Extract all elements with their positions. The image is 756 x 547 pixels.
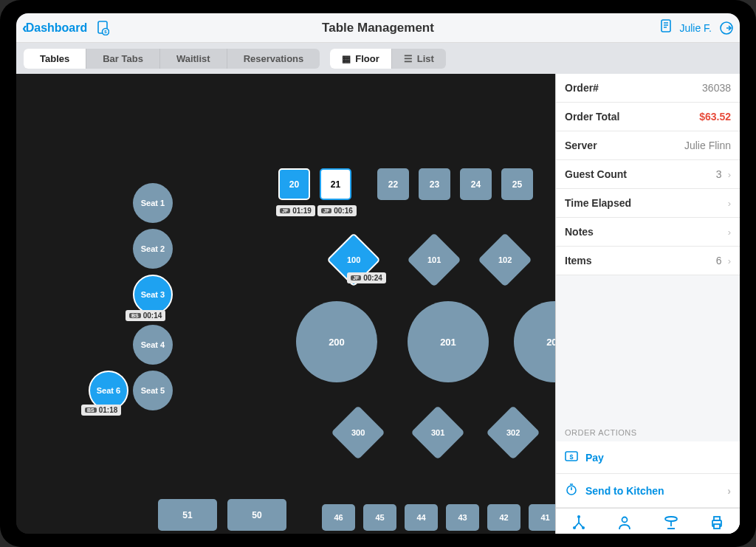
table-44[interactable]: 44 [405, 504, 438, 531]
action-pay[interactable]: $ Pay [556, 441, 740, 474]
table-21[interactable]: 21 [320, 168, 351, 200]
svg-point-11 [577, 515, 580, 518]
grid-icon: ▦ [342, 53, 351, 64]
tab-floor[interactable]: ▦ Floor [330, 49, 392, 69]
table-22[interactable]: 22 [377, 168, 409, 200]
tab-bar: Tables Bar Tabs Waitlist Reservations ▦ … [16, 43, 740, 74]
tab-reservations[interactable]: Reservations [227, 49, 320, 69]
person-icon[interactable] [616, 515, 633, 531]
page-title: Table Management [322, 21, 434, 35]
table-timer: JF00:16 [317, 205, 357, 216]
seat-seat-4[interactable]: Seat 4 [133, 325, 173, 365]
table-20[interactable]: 20 [278, 168, 310, 200]
table-43[interactable]: 43 [446, 504, 479, 531]
chevron-right-icon: › [728, 169, 731, 180]
svg-rect-19 [714, 524, 720, 529]
table-25[interactable]: 25 [501, 168, 533, 200]
tab-tables[interactable]: Tables [24, 49, 86, 69]
order-panel: ‹ 21 Go To Order# 36038 Order Total $63.… [555, 74, 740, 534]
logout-icon[interactable] [719, 21, 734, 35]
table-24[interactable]: 24 [460, 168, 492, 200]
table-timer: BS01:18 [81, 405, 121, 416]
action-send-kitchen[interactable]: Send to Kitchen › [556, 474, 740, 508]
table-302[interactable]: 302 [486, 405, 540, 460]
row-time-elapsed[interactable]: Time Elapsed › [556, 189, 740, 218]
row-server: Server Julie Flinn [556, 131, 740, 160]
table-23[interactable]: 23 [419, 168, 450, 200]
bottom-toolbar [556, 508, 740, 534]
table-46[interactable]: 46 [322, 504, 355, 531]
panel-spacer [556, 275, 740, 421]
list-icon: ☰ [404, 53, 413, 64]
view-tabs: ▦ Floor ☰ List [330, 49, 446, 69]
print-icon[interactable] [709, 515, 725, 531]
content-area: Seat 1Seat 2Seat 3BS00:14Seat 4Seat 5Sea… [16, 74, 740, 534]
seat-seat-1[interactable]: Seat 1 [133, 183, 173, 223]
document-icon[interactable] [660, 19, 672, 36]
table-timer: BS00:14 [126, 310, 165, 321]
actions-header: ORDER ACTIONS [556, 421, 740, 441]
svg-point-13 [582, 526, 585, 529]
table-51[interactable]: 51 [158, 499, 217, 531]
table-201[interactable]: 201 [408, 301, 489, 382]
header-right: Julie F. [660, 19, 734, 36]
table-200[interactable]: 200 [296, 301, 377, 382]
table-102[interactable]: 102 [478, 233, 532, 287]
table-timer: JF01:19 [276, 205, 315, 216]
tab-bar-tabs[interactable]: Bar Tabs [86, 49, 160, 69]
tablet-frame: ‹ Dashboard $ Table Management Julie F. … [0, 0, 756, 547]
app-screen: ‹ Dashboard $ Table Management Julie F. … [16, 13, 740, 534]
chevron-right-icon: › [728, 255, 731, 266]
table-45[interactable]: 45 [363, 504, 396, 531]
table-icon[interactable] [663, 515, 679, 531]
row-order-total: Order Total $63.52 [556, 103, 740, 131]
table-202[interactable]: 202 [514, 301, 555, 382]
svg-rect-18 [714, 517, 720, 520]
svg-rect-3 [662, 20, 670, 32]
table-41[interactable]: 41 [529, 504, 555, 531]
chevron-right-icon: › [728, 198, 731, 209]
seat-seat-2[interactable]: Seat 2 [133, 229, 173, 269]
svg-point-15 [665, 517, 677, 521]
user-name: Julie F. [679, 22, 712, 34]
nav-tabs: Tables Bar Tabs Waitlist Reservations [24, 49, 320, 69]
back-label: Dashboard [26, 21, 88, 35]
receipt-icon[interactable]: $ [96, 21, 109, 35]
table-101[interactable]: 101 [407, 233, 461, 287]
svg-point-12 [573, 526, 576, 529]
row-order-number: Order# 36038 [556, 74, 740, 103]
chevron-right-icon: › [727, 485, 731, 497]
row-guest-count[interactable]: Guest Count 3› [556, 160, 740, 189]
chevron-right-icon: › [728, 227, 731, 238]
tab-waitlist[interactable]: Waitlist [160, 49, 227, 69]
row-items[interactable]: Items 6› [556, 247, 740, 275]
tab-list[interactable]: ☰ List [392, 49, 446, 69]
seat-seat-3[interactable]: Seat 3 [133, 275, 173, 314]
svg-text:$: $ [569, 453, 573, 461]
table-301[interactable]: 301 [410, 405, 465, 460]
split-icon[interactable] [571, 515, 587, 531]
row-notes[interactable]: Notes › [556, 218, 740, 247]
app-header: ‹ Dashboard $ Table Management Julie F. [16, 13, 740, 43]
pay-icon: $ [565, 450, 578, 464]
table-300[interactable]: 300 [331, 405, 385, 460]
floor-plan[interactable]: Seat 1Seat 2Seat 3BS00:14Seat 4Seat 5Sea… [16, 74, 555, 534]
timer-icon [565, 483, 578, 498]
seat-seat-5[interactable]: Seat 5 [133, 371, 173, 410]
table-42[interactable]: 42 [487, 504, 520, 531]
table-50[interactable]: 50 [227, 499, 286, 531]
back-button[interactable]: ‹ Dashboard [22, 19, 87, 36]
table-timer: JF00:24 [347, 272, 386, 283]
svg-point-14 [622, 517, 628, 523]
